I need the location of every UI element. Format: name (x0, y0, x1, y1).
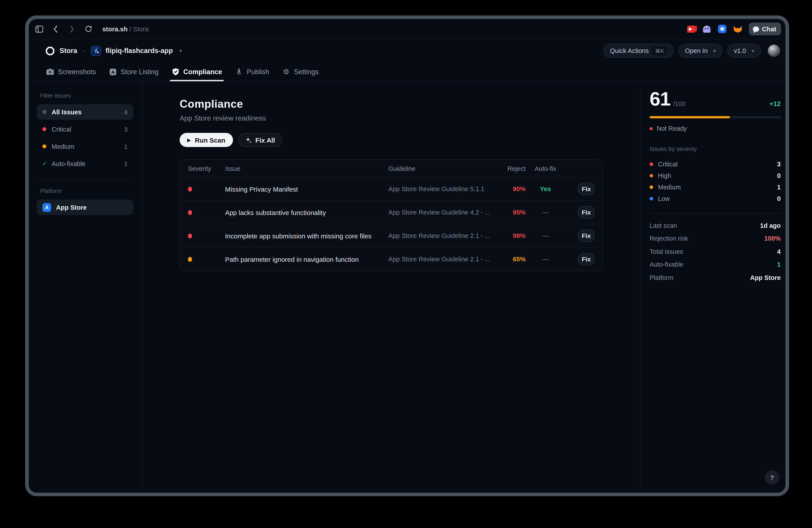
fix-button[interactable]: Fix (578, 230, 595, 242)
panel-divider (650, 213, 782, 214)
stat-total-issues: Total issues 4 (650, 245, 781, 258)
tab-publish[interactable]: Publish (235, 62, 269, 81)
severity-count: 3 (777, 161, 781, 168)
app-selector[interactable]: flipiq-flashcards-app ▾ (91, 46, 182, 56)
score-max: /100 (673, 100, 685, 107)
issue-guideline: App Store Review Guideline 2.1 - ... (388, 256, 492, 263)
severity-row-medium: Medium 1 (650, 182, 781, 193)
filter-critical[interactable]: Critical 3 (37, 122, 133, 137)
metamask-fox-icon[interactable] (734, 25, 742, 33)
avatar[interactable] (768, 45, 780, 57)
severity-row-high: High 0 (650, 170, 781, 182)
version-label: v1.0 (734, 47, 746, 54)
chat-bubble-icon (753, 26, 759, 31)
ghost-purple-icon[interactable] (702, 25, 711, 33)
stat-value: 1d ago (760, 222, 781, 229)
stat-platform: Platform App Store (650, 271, 781, 284)
tab-store-listing[interactable]: Store Listing (109, 62, 158, 81)
stat-label: Last scan (650, 222, 677, 229)
run-scan-label: Run Scan (195, 136, 225, 144)
filter-label: Critical (52, 126, 71, 133)
filter-medium[interactable]: Medium 1 (37, 139, 133, 154)
stat-label: Auto-fixable (650, 261, 683, 268)
chevron-down-icon: ▾ (713, 48, 716, 54)
stat-value: 4 (777, 248, 781, 255)
low-dot-icon (650, 197, 653, 200)
tab-label: Screenshots (58, 68, 96, 76)
table-row[interactable]: App lacks substantive functionality App … (180, 200, 602, 224)
col-issue: Issue (225, 165, 388, 172)
stat-label: Rejection risk (650, 235, 688, 242)
tab-label: Compliance (183, 68, 222, 76)
platform-app-store[interactable]: A App Store (37, 200, 133, 215)
score-progress-track (650, 116, 782, 118)
filter-count: 4 (124, 109, 128, 115)
brand[interactable]: Stora (45, 46, 77, 55)
table-row[interactable]: Path parameter ignored in navigation fun… (180, 247, 602, 271)
back-icon[interactable] (51, 25, 60, 33)
table-row[interactable]: Missing Privacy Manifest App Store Revie… (180, 177, 602, 200)
fix-button[interactable]: Fix (578, 183, 595, 195)
rocket-icon (235, 68, 243, 75)
tab-label: Publish (247, 68, 269, 76)
tab-compliance[interactable]: Compliance (172, 62, 222, 81)
address-bar[interactable]: stora.sh / Stora (102, 25, 149, 32)
issue-guideline: App Store Review Guideline 5.1.1 (388, 185, 492, 192)
forward-icon[interactable] (68, 25, 76, 33)
starburst-blue-icon[interactable] (718, 25, 727, 33)
toolbar-nav-group (35, 25, 93, 33)
dislike-red-icon[interactable] (687, 25, 696, 33)
sparkles-icon (246, 137, 251, 143)
quick-actions-button[interactable]: Quick Actions ⌘K (603, 44, 673, 58)
score-panel: 61 /100 +12 Not Ready Issues by severity… (640, 82, 785, 493)
gear-icon: ⚙ (282, 68, 290, 75)
table-header-row: Severity Issue Guideline Reject Auto-fix (180, 160, 602, 177)
table-row[interactable]: Incomplete app submission with missing c… (180, 224, 602, 247)
sidebar-toggle-icon[interactable] (35, 25, 44, 33)
filter-all-issues[interactable]: All Issues 4 (37, 104, 133, 120)
issues-table: Severity Issue Guideline Reject Auto-fix… (179, 159, 603, 271)
filter-label: Auto-fixable (52, 160, 85, 167)
severity-count: 1 (777, 184, 781, 191)
actions-row: ▶ Run Scan Fix All (179, 133, 603, 147)
check-icon: ✓ (42, 160, 47, 167)
autofix-value: — (526, 256, 565, 263)
severity-row-low: Low 0 (650, 193, 781, 204)
severity-row-critical: Critical 3 (650, 158, 781, 170)
severity-label: Critical (658, 161, 678, 168)
shield-check-icon (172, 68, 179, 75)
col-severity: Severity (188, 165, 225, 172)
kbd-shortcut: ⌘K (652, 46, 667, 55)
app-store-badge-icon (109, 68, 116, 75)
fix-button[interactable]: Fix (578, 253, 595, 265)
stat-auto-fixable: Auto-fixable 1 (650, 258, 781, 271)
reload-icon[interactable] (84, 25, 93, 33)
issue-title: Missing Privacy Manifest (225, 185, 388, 193)
fix-button[interactable]: Fix (578, 206, 595, 218)
platform-item-label: App Store (56, 204, 87, 211)
critical-dot-icon (650, 162, 653, 166)
open-in-button[interactable]: Open In ▾ (678, 44, 722, 58)
fix-all-button[interactable]: Fix All (238, 133, 282, 147)
severity-label: Medium (658, 184, 681, 191)
filter-label: Medium (52, 143, 74, 150)
tab-settings[interactable]: ⚙ Settings (282, 62, 319, 81)
app-name: flipiq-flashcards-app (105, 47, 173, 55)
filter-issues-label: Filter issues (40, 92, 133, 99)
severity-count: 0 (777, 195, 781, 202)
autofix-value: — (526, 209, 565, 216)
severity-label: High (658, 172, 671, 179)
chat-button[interactable]: Chat (749, 23, 781, 35)
tab-screenshots[interactable]: Screenshots (46, 62, 96, 81)
chat-label: Chat (762, 25, 776, 32)
run-scan-button[interactable]: ▶ Run Scan (179, 133, 233, 147)
filter-auto-fixable[interactable]: ✓ Auto-fixable 1 (37, 156, 133, 171)
url-host: stora.sh (102, 25, 128, 32)
status-dot-icon (650, 127, 653, 130)
filter-label: All Issues (52, 109, 82, 115)
play-icon: ▶ (187, 137, 191, 143)
help-button[interactable]: ? (765, 470, 779, 485)
severity-dot-icon (188, 210, 192, 215)
version-selector[interactable]: v1.0 ▾ (727, 44, 761, 58)
url-path: / Stora (128, 25, 148, 32)
